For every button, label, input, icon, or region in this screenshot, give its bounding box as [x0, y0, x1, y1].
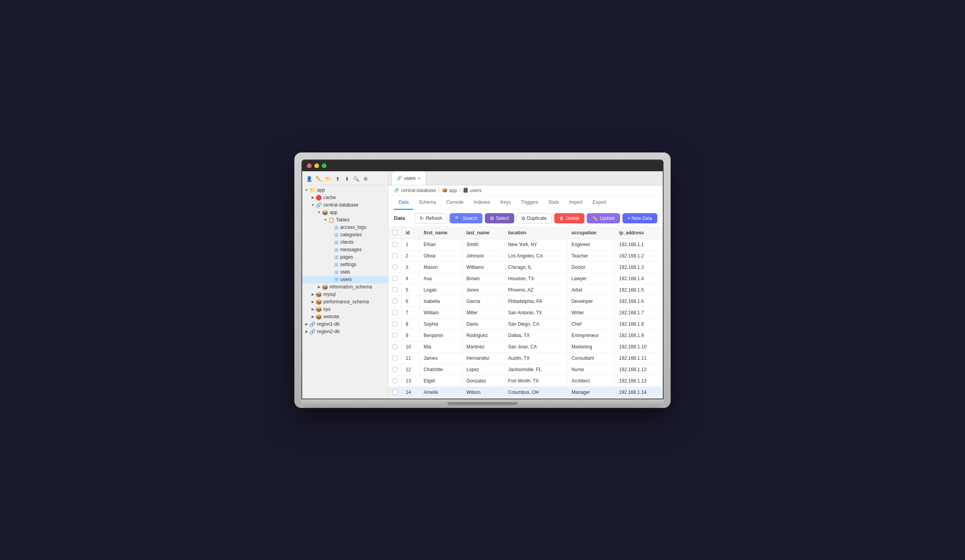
table-row[interactable]: 9BenjaminRodriguezDallas, TXEntrepreneur…	[388, 330, 663, 341]
brush-icon[interactable]: ✏️	[315, 175, 323, 183]
tab-users[interactable]: 🔗 users ×	[392, 171, 426, 185]
update-button[interactable]: ✏️ Update	[587, 213, 620, 223]
table-row[interactable]: 10MiaMartinezSan Jose, CAMarketing192.16…	[388, 341, 663, 352]
collapse-icon[interactable]: ⬇	[343, 175, 351, 183]
tree-item-access_logs[interactable]: ▶ ⊞ access_logs	[302, 224, 388, 231]
col-occupation[interactable]: occupation	[567, 227, 615, 239]
tab-indexes[interactable]: Indexes	[469, 196, 495, 210]
row-checkbox-cell	[388, 307, 402, 318]
search-button[interactable]: 🔍 Search	[450, 213, 482, 223]
table-row[interactable]: 13ElijahGonzalezFort Worth, TXArchitect1…	[388, 375, 663, 386]
cell-location: New York, NY	[504, 239, 568, 250]
arrow-sys: ▶	[310, 306, 316, 312]
table-row[interactable]: 11JamesHernandezAustin, TXConsultant192.…	[388, 352, 663, 364]
row-checkbox[interactable]	[392, 355, 397, 361]
table-row[interactable]: 5LoganJonesPhoenix, AZArtist192.168.1.5	[388, 284, 663, 295]
dot-green[interactable]	[322, 163, 327, 168]
row-checkbox[interactable]	[392, 378, 397, 383]
row-checkbox[interactable]	[392, 265, 397, 270]
row-checkbox[interactable]	[392, 242, 397, 247]
cell-location: Fort Worth, TX	[504, 375, 568, 386]
duplicate-button[interactable]: ⧉ Duplicate	[517, 213, 552, 223]
tree-item-tables[interactable]: ▼ 📋 Tables	[302, 216, 388, 224]
tree-item-mysql[interactable]: ▶ 📦 mysql	[302, 291, 388, 298]
tree-item-app-schema[interactable]: ▼ 📦 app	[302, 209, 388, 216]
row-checkbox[interactable]	[392, 310, 397, 315]
tab-close-button[interactable]: ×	[417, 176, 421, 181]
row-checkbox[interactable]	[392, 299, 397, 304]
tab-export[interactable]: Export	[588, 196, 611, 210]
row-checkbox[interactable]	[392, 287, 397, 292]
tree-item-sys[interactable]: ▶ 📦 sys	[302, 306, 388, 313]
table-row[interactable]: 14AmeliaWilsonColumbus, OHManager192.168…	[388, 386, 663, 398]
tab-keys[interactable]: Keys	[495, 196, 515, 210]
tab-triggers[interactable]: Triggers	[516, 196, 543, 210]
dot-yellow[interactable]	[314, 163, 319, 168]
cell-first_name: James	[419, 352, 462, 364]
dot-red[interactable]	[307, 163, 312, 168]
tree-item-central-database[interactable]: ▼ 🔗 central-database	[302, 201, 388, 209]
tree-item-stats[interactable]: ▶ ⊞ stats	[302, 268, 388, 276]
new-data-button[interactable]: + New Data	[622, 213, 657, 223]
row-checkbox[interactable]	[392, 333, 397, 338]
filter-icon[interactable]: ⚙	[362, 175, 370, 183]
tree-item-region1-db[interactable]: ▶ 🔗 region1-db	[302, 321, 388, 328]
tree-item-messages[interactable]: ▶ ⊞ messages	[302, 246, 388, 254]
cell-first_name: Logan	[419, 284, 462, 295]
tree-item-pages[interactable]: ▶ ⊞ pages	[302, 254, 388, 261]
folder-icon[interactable]: 📁	[324, 175, 332, 183]
search-icon[interactable]: 🔍	[352, 175, 360, 183]
refresh-button[interactable]: ↻ Refresh	[415, 213, 447, 223]
table-row[interactable]: 3MasonWilliamsChicago, ILDoctor192.168.1…	[388, 261, 663, 273]
table-row[interactable]: 7WilliamMillerSan Antonio, TXWriter192.1…	[388, 307, 663, 318]
tree-item-categories[interactable]: ▶ ⊞ categories	[302, 231, 388, 239]
row-checkbox[interactable]	[392, 276, 397, 281]
tree-item-region2-db[interactable]: ▶ 🔗 region2-db	[302, 328, 388, 335]
col-ip_address[interactable]: ip_address	[615, 227, 663, 239]
arrow-performance_schema: ▶	[310, 299, 316, 304]
tab-stats[interactable]: Stats	[544, 196, 564, 210]
row-checkbox[interactable]	[392, 253, 397, 258]
tree-item-clients[interactable]: ▶ ⊞ clients	[302, 239, 388, 246]
row-checkbox[interactable]	[392, 367, 397, 372]
row-checkbox[interactable]	[392, 344, 397, 349]
tree-item-settings[interactable]: ▶ ⊞ settings	[302, 261, 388, 268]
cell-first_name: William	[419, 307, 462, 318]
tree-item-website[interactable]: ▶ 📦 website	[302, 313, 388, 321]
tree-item-app[interactable]: ▼ 📁 app	[302, 187, 388, 194]
expand-icon[interactable]: ⬆	[334, 175, 341, 183]
person-add-icon[interactable]: 👤	[305, 175, 313, 183]
delete-button[interactable]: 🗑 Delete	[554, 213, 585, 223]
laptop-notch	[447, 402, 518, 405]
tree-item-information_schema[interactable]: ▶ 📦 information_schema	[302, 283, 388, 291]
row-checkbox[interactable]	[392, 390, 397, 395]
table-row[interactable]: 15MichaelAndersonCharlotte, NCAnalyst192…	[388, 398, 663, 399]
col-id[interactable]: id	[402, 227, 420, 239]
tree-item-performance_schema[interactable]: ▶ 📦 performance_schema	[302, 298, 388, 306]
col-first_name[interactable]: first_name	[419, 227, 462, 239]
cell-last_name: Garcia	[462, 295, 504, 307]
row-checkbox[interactable]	[392, 321, 397, 326]
tab-data[interactable]: Data	[394, 196, 413, 210]
table-row[interactable]: 12CharlotteLopezJacksonville, FLNurse192…	[388, 364, 663, 375]
tree-item-users[interactable]: ▶ ⊞ users	[302, 276, 388, 283]
tab-import[interactable]: Import	[564, 196, 587, 210]
table-row[interactable]: 1EthanSmithNew York, NYEngineer192.168.1…	[388, 239, 663, 250]
select-button[interactable]: ⊞ Select	[485, 213, 514, 223]
sidebar: 👤 ✏️ 📁 ⬆ ⬇ 🔍 ⚙ ▼ 📁 app ▶ 🔴	[302, 171, 388, 399]
breadcrumb-users[interactable]: 🗄️ users	[463, 188, 481, 193]
breadcrumb-app[interactable]: 📦 app	[442, 188, 457, 193]
table-row[interactable]: 4AvaBrownHouston, TXLawyer192.168.1.4	[388, 273, 663, 284]
col-last_name[interactable]: last_name	[462, 227, 504, 239]
breadcrumb-central-database[interactable]: 🔗 central-database	[394, 188, 436, 193]
tree-item-cache[interactable]: ▶ 🔴 cache	[302, 194, 388, 201]
db-icon-sys: 📦	[316, 306, 322, 312]
label-stats: stats	[340, 269, 350, 275]
tab-schema[interactable]: Schema	[414, 196, 441, 210]
tab-console[interactable]: Console	[441, 196, 468, 210]
header-checkbox[interactable]	[392, 230, 397, 235]
table-row[interactable]: 6IsabellaGarciaPhiladelphia, PADeveloper…	[388, 295, 663, 307]
col-location[interactable]: location	[504, 227, 568, 239]
table-row[interactable]: 8SophiaDavisSan Diego, CAChef192.168.1.8	[388, 318, 663, 330]
table-row[interactable]: 2OliviaJohnsonLos Angeles, CATeacher192.…	[388, 250, 663, 261]
